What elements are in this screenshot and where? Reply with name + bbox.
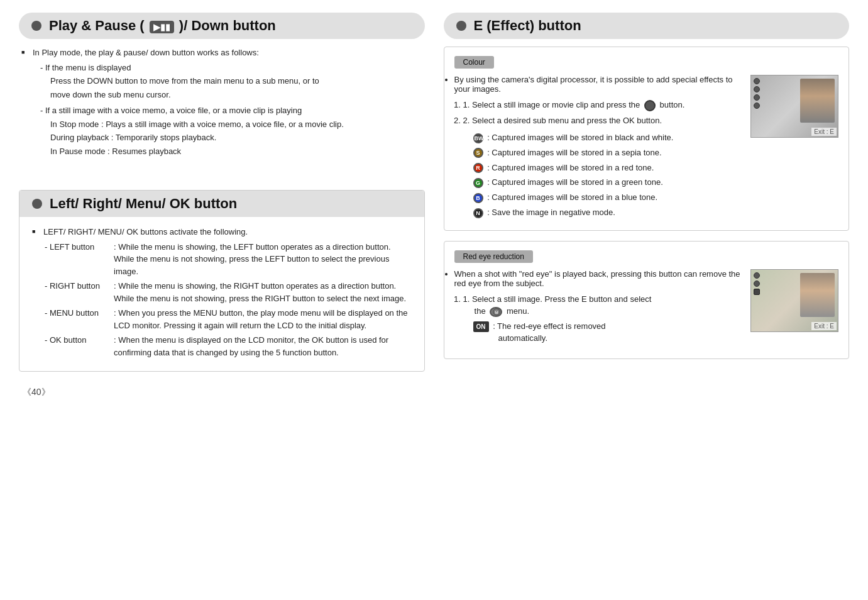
left-button-val: : While the menu is showing, the LEFT bu… <box>114 241 412 278</box>
play-pause-intro: In Play mode, the play & pause/ down but… <box>21 47 422 59</box>
play-pause-title: Play & Pause ( ▶▮▮ )/ Down button <box>49 18 276 34</box>
bw-icon: BW <box>473 133 483 143</box>
left-right-intro: LEFT/ RIGHT/ MENU/ OK buttons activate t… <box>32 226 412 238</box>
ok-button-val: : When the menu is displayed on the LCD … <box>114 334 412 358</box>
red-icon: R <box>473 163 483 173</box>
play-pause-item1-label: - If the menu is displayed <box>21 62 422 74</box>
sepia-icon: S <box>473 148 483 158</box>
cam-icon-5 <box>754 272 760 279</box>
left-column: Play & Pause ( ▶▮▮ )/ Down button In Pla… <box>19 13 425 372</box>
play-pause-section: Play & Pause ( ▶▮▮ )/ Down button In Pla… <box>19 13 425 158</box>
exit-label-2: Exit : E <box>811 322 837 330</box>
colour-label: Colour <box>454 56 494 69</box>
play-pause-item1-text1: Press the DOWN button to move from the m… <box>21 75 422 87</box>
play-pause-item2-sub3: In Pause mode : Resumes playback <box>21 145 422 158</box>
red-eye-camera-image: Exit : E <box>750 269 838 332</box>
effect-bullet <box>456 21 466 31</box>
right-button-key: - RIGHT button <box>45 280 114 304</box>
effect-red: R : Captured images will be stored in a … <box>454 162 839 175</box>
play-pause-icon: ▶▮▮ <box>150 21 174 33</box>
on-btn-icon <box>754 289 760 295</box>
green-icon: G <box>473 178 483 188</box>
play-pause-item1-text2: move down the sub menu cursor. <box>21 89 422 101</box>
blue-icon: B <box>473 193 483 203</box>
effect-btn-icon <box>644 100 656 111</box>
left-right-table: - LEFT button : While the menu is showin… <box>32 241 412 359</box>
neg-icon: N <box>473 208 483 218</box>
cam-icon-3 <box>754 94 760 101</box>
red-eye-auto: automatically. <box>473 333 548 343</box>
left-right-bullet <box>32 199 42 209</box>
left-right-header: Left/ Right/ Menu/ OK button <box>19 191 424 217</box>
page-number: 《40》 <box>19 387 849 398</box>
play-pause-header: Play & Pause ( ▶▮▮ )/ Down button <box>19 13 425 39</box>
effect-sepia: S : Captured images will be stored in a … <box>454 147 839 160</box>
red-eye-label: Red eye reduction <box>454 250 533 263</box>
ok-button-key: - OK button <box>45 334 114 358</box>
on-button: ON <box>473 321 489 332</box>
left-button-key: - LEFT button <box>45 241 114 278</box>
cam-icons2 <box>754 272 760 295</box>
cam-icon-1 <box>754 78 760 84</box>
cam-icon-6 <box>754 281 760 287</box>
menu-button-val: : When you press the MENU button, the pl… <box>114 307 412 331</box>
play-pause-item2-sub1: In Stop mode : Plays a still image with … <box>21 118 422 131</box>
left-right-section: Left/ Right/ Menu/ OK button LEFT/ RIGHT… <box>19 190 425 372</box>
play-pause-content: In Play mode, the play & pause/ down but… <box>19 47 425 157</box>
red-eye-subsection: Red eye reduction Exit : E <box>444 241 850 359</box>
effect-title: E (Effect) button <box>474 18 581 34</box>
svg-text:M: M <box>495 311 498 314</box>
cam-icon-4 <box>754 103 760 109</box>
right-column: E (Effect) button Colour <box>444 13 850 372</box>
effect-header: E (Effect) button <box>444 13 850 39</box>
right-button-val: : While the menu is showing, the RIGHT b… <box>114 280 412 304</box>
colour-content: Exit : E By using the camera's digital p… <box>454 75 839 221</box>
effect-neg: N : Save the image in negative mode. <box>454 206 839 219</box>
colour-subsection: Colour Exit : E <box>444 47 850 231</box>
menu-svg: M <box>492 308 502 316</box>
play-pause-bullet <box>31 21 41 31</box>
cam-icons <box>754 78 760 109</box>
menu-button-key: - MENU button <box>45 307 114 331</box>
effect-blue: B : Captured images will be stored in a … <box>454 191 839 204</box>
red-eye-menu-icon: M <box>490 307 502 317</box>
red-eye-content: Exit : E When a shot with "red eye" is p… <box>454 269 839 350</box>
left-right-title: Left/ Right/ Menu/ OK button <box>50 196 237 212</box>
play-pause-item2-sub2: During playback : Temporarily stops play… <box>21 131 422 144</box>
effect-section: E (Effect) button Colour <box>444 13 850 359</box>
colour-camera-image: Exit : E <box>750 75 838 138</box>
cam-person2 <box>800 273 835 317</box>
cam-icon-2 <box>754 86 760 92</box>
effect-green: G : Captured images will be stored in a … <box>454 176 839 189</box>
exit-label-1: Exit : E <box>811 128 837 136</box>
left-right-content: LEFT/ RIGHT/ MENU/ OK buttons activate t… <box>30 226 414 358</box>
cam-person <box>800 79 835 123</box>
play-pause-item2-label: - If a still image with a voice memo, a … <box>21 104 422 117</box>
